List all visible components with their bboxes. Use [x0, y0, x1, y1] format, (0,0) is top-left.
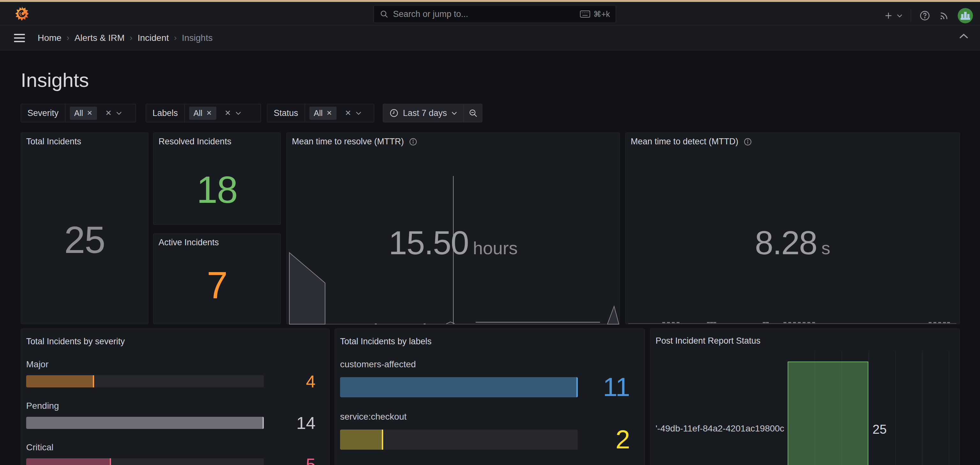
filter-labels-clear-icon[interactable]: ✕ [224, 109, 231, 118]
panel-post-incident-report-status: Post Incident Report Status '-49db-11ef-… [650, 329, 960, 465]
stat-mttd-value: 8.28 [755, 224, 817, 262]
filter-status-chip[interactable]: All✕ [309, 107, 337, 120]
gridline [922, 351, 923, 465]
grafana-logo[interactable] [15, 6, 29, 21]
stat-mttr-value: 15.50 [388, 224, 468, 262]
menu-toggle-button[interactable] [14, 34, 25, 42]
search-placeholder: Search or jump to... [393, 9, 580, 19]
top-nav-actions [883, 4, 973, 27]
zoom-out-time-button[interactable] [463, 104, 482, 122]
info-icon[interactable] [409, 137, 417, 146]
panel-title: Total Incidents [26, 137, 81, 147]
bar-track [340, 377, 578, 397]
chevron-down-icon [897, 14, 902, 18]
info-icon[interactable] [744, 137, 752, 146]
close-icon[interactable]: ✕ [326, 109, 332, 117]
search-input[interactable]: Search or jump to... ⌘+k [374, 5, 616, 23]
gridline [869, 351, 869, 465]
grafana-dashboard: Search or jump to... ⌘+k [0, 0, 980, 465]
filter-labels-chip[interactable]: All✕ [189, 107, 216, 120]
panel-active-incidents: Active Incidents 7 [153, 233, 281, 324]
bar-row-label: Pending [26, 401, 324, 411]
help-button[interactable] [920, 10, 930, 21]
bar-value: 5 [264, 454, 324, 465]
bar-value: 11 [578, 372, 639, 402]
bar-value: 4 [264, 371, 324, 391]
bar-value: 2 [578, 424, 639, 454]
nav-divider [911, 10, 911, 22]
report-value-label: 25 [872, 422, 887, 436]
panel-title: Mean time to resolve (MTTR) [292, 137, 404, 147]
panel-resolved-incidents: Resolved Incidents 18 [153, 133, 281, 225]
page-title: Insights [21, 69, 89, 91]
close-icon[interactable]: ✕ [87, 109, 92, 117]
bar-track [26, 417, 264, 429]
filter-status-clear-icon[interactable]: ✕ [345, 109, 351, 118]
panel-title: Active Incidents [159, 238, 219, 248]
panel-title: Resolved Incidents [159, 137, 231, 147]
bar-fill [340, 377, 578, 397]
chevron-down-icon[interactable] [235, 112, 241, 115]
search-icon [380, 10, 388, 19]
user-avatar[interactable] [958, 8, 973, 23]
bar-row-label: Critical [26, 442, 324, 452]
bar-row: 5 [26, 454, 324, 465]
chevron-up-icon[interactable] [959, 33, 969, 39]
bar-fill [26, 375, 94, 387]
close-icon[interactable]: ✕ [206, 109, 212, 117]
panel-title: Total Incidents by severity [26, 329, 324, 347]
filter-severity-chip[interactable]: All✕ [70, 107, 97, 120]
bar-fill [340, 430, 383, 450]
chevron-down-icon[interactable] [356, 112, 361, 115]
bar-row: 11 [340, 372, 639, 402]
report-bar-chart: '-49db-11ef-84a2-4201ac19800c 25 [655, 351, 955, 465]
panel-incidents-by-severity: Total Incidents by severity Major4Pendin… [21, 329, 329, 465]
chevron-down-icon[interactable] [116, 112, 122, 115]
stat-total-incidents-value: 25 [64, 218, 105, 262]
time-range-picker: Last 7 days [383, 104, 482, 122]
report-green-bar [788, 361, 869, 465]
news-rss-button[interactable] [939, 10, 950, 21]
bar-value: 14 [264, 413, 324, 433]
gridline [895, 351, 896, 465]
top-nav-bar: Search or jump to... ⌘+k [0, 2, 980, 26]
breadcrumb-alerts-irm[interactable]: Alerts & IRM [74, 33, 124, 43]
severity-bar-rows: Major4Pending14Critical5Demo [26, 359, 324, 465]
filter-status: Status All✕ ✕ [267, 104, 374, 122]
bar-row: 4 [26, 371, 324, 391]
panel-title: Mean time to detect (MTTD) [631, 137, 738, 147]
bar-row-label: customers-affected [340, 359, 639, 369]
filter-severity: Severity All✕ ✕ [21, 104, 136, 122]
panel-title: Post Incident Report Status [655, 336, 760, 346]
breadcrumb: Home › Alerts & IRM › Incident › Insight… [38, 33, 212, 43]
filter-status-label: Status [267, 104, 305, 122]
filter-labels-label: Labels [146, 104, 185, 122]
breadcrumb-insights: Insights [182, 33, 213, 43]
stat-mttd-unit: s [821, 237, 830, 258]
stat-active-incidents-value: 7 [207, 264, 227, 307]
bar-row: 14 [26, 413, 324, 433]
breadcrumb-incident[interactable]: Incident [137, 33, 169, 43]
breadcrumb-bar: Home › Alerts & IRM › Incident › Insight… [0, 26, 980, 50]
gridline [949, 351, 950, 465]
filter-severity-clear-icon[interactable]: ✕ [105, 109, 111, 118]
clock-icon [390, 109, 398, 118]
panel-total-incidents: Total Incidents 25 [21, 133, 148, 324]
keyboard-icon [580, 10, 590, 18]
filter-labels: Labels All✕ ✕ [146, 104, 261, 122]
bar-track [26, 458, 264, 465]
bar-row-label: Major [26, 359, 324, 369]
panel-mttd: Mean time to detect (MTTD) 8.28 s [625, 133, 960, 324]
bar-track [340, 430, 578, 450]
breadcrumb-home[interactable]: Home [38, 33, 62, 43]
report-category-label: '-49db-11ef-84a2-4201ac19800c [655, 423, 784, 434]
bar-fill [26, 458, 111, 465]
stat-resolved-incidents-value: 18 [197, 168, 237, 211]
search-shortcut: ⌘+k [593, 10, 610, 19]
panel-mttr: Mean time to resolve (MTTR) 15.50 hours [286, 133, 620, 324]
time-range-button[interactable]: Last 7 days [383, 104, 463, 122]
bar-row-label: service:checkout [340, 412, 639, 422]
add-new-button[interactable] [883, 11, 902, 21]
panel-title: Total Incidents by labels [340, 329, 639, 347]
chevron-down-icon [452, 112, 457, 115]
